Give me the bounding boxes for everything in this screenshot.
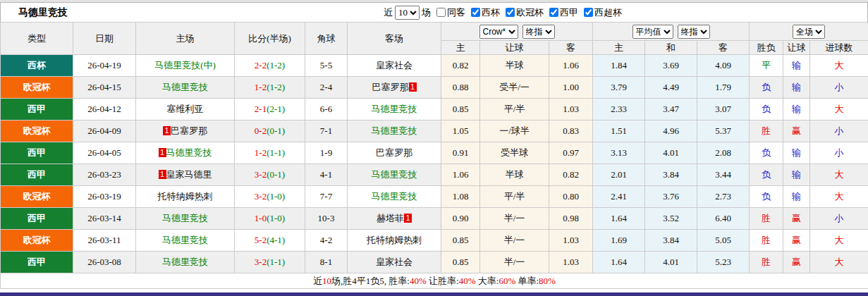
summary-text: 近10场,胜4平1负5, 胜率:40% 让胜率:40% 大率:60% 单率:80… — [1, 273, 868, 289]
summary-segment: 10 — [322, 276, 331, 286]
corners-cell: 8-1 — [305, 252, 348, 273]
average-odds-cell: 2.41 — [593, 186, 645, 208]
average-odds-cell: 4.96 — [645, 121, 697, 142]
score-cell: 1-0(1-0) — [235, 208, 305, 230]
corners-cell: 5-5 — [305, 55, 348, 77]
score-cell: 2-1(2-1) — [235, 99, 305, 121]
score-cell: 3-2(0-1) — [235, 164, 305, 186]
table-row: 西杯26-04-19马德里竞技(中)2-2(1-2)5-5皇家社会0.82半球1… — [1, 55, 868, 77]
average-odds-cell: 2.73 — [697, 186, 750, 208]
result-cell: 平 — [750, 55, 783, 77]
bookmaker-select[interactable]: Crow* — [479, 25, 518, 39]
table-row: 西甲26-03-231皇家马德里3-2(0-1)4-1马德里竞技1.06半球0.… — [1, 164, 868, 186]
team-name: 巴塞罗那 — [376, 147, 412, 158]
league-badge: 西甲 — [1, 164, 73, 186]
league-badge: 欧冠杯 — [1, 77, 73, 99]
bookmaker-odds-cell: 0.85 — [441, 252, 480, 273]
result-cell: 大 — [810, 186, 868, 208]
result-cell: 赢 — [783, 252, 810, 273]
away-team-cell: 皇家社会 — [348, 55, 441, 77]
col-header-score: 比分(半场) — [235, 23, 305, 55]
result-cell: 胜 — [750, 121, 783, 142]
league-label-xibei[interactable]: 西杯 — [482, 6, 500, 19]
filter-controls: 近 10 场 同客 西杯 欧冠杯 西甲 西超杯 — [384, 6, 622, 20]
same-away-label[interactable]: 同客 — [447, 6, 465, 19]
league-checkbox-xibei[interactable] — [471, 8, 480, 17]
bookmaker-odds-cell: 半/一 — [480, 252, 549, 273]
bookmaker-odds-cell: 0.85 — [441, 230, 480, 252]
team-name: 巴塞罗那 — [171, 125, 207, 136]
league-badge: 欧冠杯 — [1, 121, 73, 142]
bookmaker-odds-cell: 0.82 — [549, 164, 593, 186]
league-checkbox-ouguanbei[interactable] — [506, 8, 515, 17]
league-badge: 欧冠杯 — [1, 230, 73, 252]
average-odds-cell: 5.23 — [697, 252, 750, 273]
team-name: 马德里竞技(中) — [154, 60, 216, 70]
table-row: 欧冠杯26-03-11马德里竞技5-2(4-1)4-2托特纳姆热刺0.85半/一… — [1, 230, 868, 252]
score-cell: 1-2(1-1) — [235, 142, 305, 164]
corners-cell: 2-4 — [305, 77, 348, 99]
home-team-cell: 马德里竞技 — [136, 230, 235, 252]
team-name: 巴塞罗那 — [372, 82, 409, 92]
bookmaker-odds-cell: 0.98 — [549, 208, 593, 230]
bookmaker-odds-cell: 0.97 — [549, 142, 593, 164]
avg-col-home: 主 — [593, 41, 645, 55]
match-date: 26-03-19 — [73, 186, 136, 208]
average-odds-cell: 4.01 — [645, 142, 697, 164]
result-cell: 负 — [750, 142, 783, 164]
team-name: 马德里竞技 — [166, 147, 212, 158]
col-header-corners: 角球 — [305, 23, 348, 55]
matches-label: 场 — [422, 6, 431, 19]
match-date: 26-04-12 — [73, 99, 136, 121]
summary-row: 近10场,胜4平1负5, 胜率:40% 让胜率:40% 大率:60% 单率:80… — [1, 273, 868, 289]
bookmaker-odds-cell: 平/半 — [480, 99, 549, 121]
scope-select[interactable]: 全场 — [793, 25, 825, 39]
average-odds-cell: 3.13 — [593, 142, 645, 164]
result-cell: 输 — [783, 164, 810, 186]
summary-segment: 单率: — [515, 276, 539, 286]
average-stage-select[interactable]: 终指 — [678, 25, 710, 39]
score-cell: 0-2(0-1) — [235, 121, 305, 142]
average-odds-cell: 1.84 — [593, 55, 645, 77]
team-name: 马德里竞技 — [372, 191, 417, 202]
result-cell: 小 — [810, 208, 868, 230]
match-date: 26-03-23 — [73, 164, 136, 186]
result-cell: 胜 — [750, 230, 783, 252]
league-checkbox-xichaobei[interactable] — [584, 8, 593, 17]
score-cell: 3-2(1-0) — [235, 186, 305, 208]
same-away-checkbox[interactable] — [436, 8, 446, 17]
average-odds-cell: 3.76 — [645, 186, 697, 208]
col-header-home: 主场 — [136, 23, 235, 55]
result-cell: 赢 — [783, 230, 810, 252]
result-cell: 胜 — [750, 208, 783, 230]
team-title: 马德里竞技 — [18, 6, 68, 19]
result-cell: 小 — [810, 142, 868, 164]
result-cell: 赢 — [783, 121, 810, 142]
corners-cell: 7-7 — [305, 186, 348, 208]
average-select[interactable]: 平均值 — [632, 25, 673, 39]
bookmaker-odds-cell: 0.91 — [441, 142, 480, 164]
away-team-cell: 马德里竞技 — [348, 164, 441, 186]
card-badge: 1 — [159, 148, 166, 157]
away-team-cell: 马德里竞技 — [348, 121, 441, 142]
bookmaker-stage-select[interactable]: 终指 — [522, 25, 555, 39]
recent-label: 近 — [384, 6, 393, 19]
bookmaker-odds-cell: 平/半 — [480, 186, 549, 208]
average-odds-cell: 1.69 — [593, 230, 645, 252]
league-checkbox-xijia[interactable] — [549, 8, 558, 17]
recent-count-select[interactable]: 10 — [395, 6, 420, 20]
league-label-xijia[interactable]: 西甲 — [560, 6, 578, 19]
league-label-ouguanbei[interactable]: 欧冠杯 — [516, 6, 544, 19]
bookmaker-select-group: Crow*终指 — [441, 23, 593, 41]
average-odds-cell: 5.05 — [697, 230, 750, 252]
table-row: 西甲26-04-051马德里竞技1-2(1-1)1-9巴塞罗那0.91受半球0.… — [1, 142, 868, 164]
card-badge: 1 — [409, 82, 417, 92]
corners-cell: 10-3 — [305, 208, 348, 230]
league-label-xichaobei[interactable]: 西超杯 — [594, 6, 622, 19]
result-cell: 负 — [750, 186, 783, 208]
bookmaker-odds-cell: 0.88 — [441, 77, 480, 99]
corners-cell: 4-2 — [305, 230, 348, 252]
bookmaker-odds-cell: 半/一 — [480, 230, 549, 252]
team-name: 马德里竞技 — [162, 213, 208, 223]
result-cell: 大 — [810, 164, 868, 186]
